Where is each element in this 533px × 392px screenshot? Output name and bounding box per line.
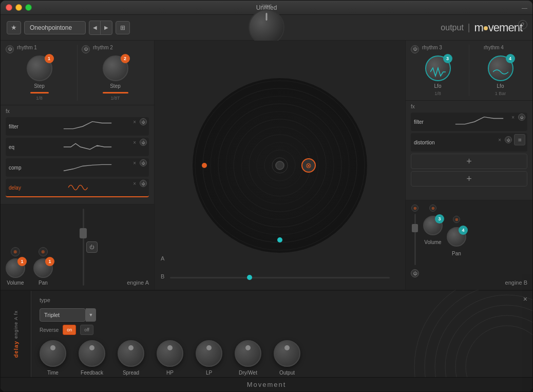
- rhythm1-knob[interactable]: 1: [27, 55, 52, 81]
- volume-b-knob[interactable]: 3: [423, 216, 443, 235]
- type-select[interactable]: Triplet: [40, 308, 86, 322]
- off-label: off: [84, 327, 89, 332]
- fader-thumb[interactable]: [80, 228, 87, 238]
- volume-b-lock[interactable]: ⊗: [429, 204, 436, 212]
- hp-knob[interactable]: [157, 340, 183, 367]
- save-button[interactable]: ⊞: [116, 21, 130, 34]
- volume-b-number: 3: [435, 214, 444, 223]
- feedback-knob[interactable]: [79, 340, 105, 367]
- fx-delay-power[interactable]: ⏻: [140, 180, 147, 187]
- fx-comp-close[interactable]: ×: [131, 160, 138, 166]
- output-knob[interactable]: [274, 340, 300, 367]
- minimize-button[interactable]: [15, 4, 22, 11]
- add-fx-button-1[interactable]: +: [411, 154, 527, 169]
- fx-delay-close[interactable]: ×: [131, 181, 138, 186]
- fx-row-comp[interactable]: × ⏻ comp: [6, 158, 149, 177]
- plus-icon-2: +: [466, 174, 472, 184]
- volume-knob[interactable]: 1: [6, 258, 25, 278]
- rhythm2-knob[interactable]: 2: [103, 55, 128, 81]
- pan-b-knob[interactable]: 4: [447, 227, 466, 247]
- pan-lock-icon[interactable]: ⊗: [39, 247, 48, 256]
- time-knob[interactable]: [40, 340, 66, 367]
- type-arrow-button[interactable]: ▼: [86, 308, 96, 322]
- fx-filter-right-close[interactable]: ×: [510, 115, 516, 120]
- engine-b-fader[interactable]: [412, 224, 418, 232]
- close-button[interactable]: [6, 4, 12, 11]
- next-preset-button[interactable]: ▶: [101, 21, 112, 34]
- lp-knob[interactable]: [196, 340, 222, 367]
- maximize-button[interactable]: [25, 4, 32, 11]
- fx-section-left: fx × ⏻ filter: [1, 105, 154, 204]
- spread-knob[interactable]: [118, 340, 144, 367]
- lfo-wave-3: [430, 67, 446, 77]
- save-icon: ⊞: [120, 24, 125, 31]
- engine-b-power[interactable]: ⏻: [411, 269, 419, 277]
- fx-filter-curve: [29, 119, 146, 134]
- reverse-off-button[interactable]: off: [80, 325, 93, 335]
- fx-eq-power[interactable]: ⏻: [140, 139, 147, 146]
- pan-b-label: Pan: [452, 251, 461, 256]
- fx-row-delay[interactable]: × ⏻ delay: [6, 179, 149, 197]
- crosshair-b-icon[interactable]: ⊗: [411, 204, 418, 212]
- lp-knob-indicator: [206, 345, 212, 350]
- spread-knob-indicator: [128, 345, 134, 350]
- add-fx-button-2[interactable]: +: [411, 171, 527, 186]
- rhythm1-label: rhythm 1: [17, 45, 37, 50]
- vinyl-disc[interactable]: ⊗: [193, 78, 367, 253]
- rhythm3-knob-container: 3 Lfo 1/8: [411, 55, 465, 96]
- help-button[interactable]: ?: [518, 20, 527, 29]
- pan-knob[interactable]: 1: [33, 258, 53, 278]
- drywet-knob-item: Dry/Wet: [235, 340, 261, 376]
- type-section: type Triplet ▼ Reverse on: [40, 297, 106, 335]
- rhythm4-time: 1 Bar: [495, 91, 506, 96]
- volume-label: Volume: [7, 280, 24, 286]
- drywet-knob[interactable]: [235, 340, 261, 367]
- volume-lock-icon[interactable]: ⊗: [11, 247, 20, 256]
- input-knob[interactable]: [249, 9, 284, 45]
- distortion-extra-btn[interactable]: ⊞: [514, 134, 525, 145]
- prev-preset-button[interactable]: ◀: [89, 21, 101, 34]
- fx-row-filter[interactable]: × ⏻ filter: [6, 117, 149, 136]
- rhythm4-knob[interactable]: 4: [488, 55, 513, 81]
- fx-filter-close[interactable]: ×: [131, 119, 138, 125]
- pan-b-lock[interactable]: ⊗: [453, 216, 460, 223]
- next-icon: ▶: [104, 25, 108, 30]
- horizontal-fader-track: [170, 277, 390, 278]
- fx-distortion-close[interactable]: ×: [497, 137, 503, 143]
- bottom-sidebar: engine A fx delay: [1, 291, 31, 377]
- rhythm3-knob[interactable]: 3: [425, 55, 451, 81]
- rhythm3-power[interactable]: ⏻: [411, 45, 419, 53]
- fx-distortion-power[interactable]: ⏻: [505, 136, 512, 143]
- rhythm1-power[interactable]: ⏻: [6, 45, 14, 53]
- pan-number: 1: [45, 257, 54, 266]
- fx-section-right: fx × ⏻ filter × ⏻: [406, 101, 532, 200]
- fx-row-filter-right[interactable]: × ⏻ filter: [411, 113, 527, 131]
- fx-filter-power[interactable]: ⏻: [140, 118, 147, 125]
- favorite-button[interactable]: ★: [7, 21, 21, 34]
- reverse-label: Reverse: [40, 327, 59, 333]
- output-knob-indicator: [284, 345, 290, 350]
- preset-name[interactable]: Oneohpointone: [24, 21, 86, 34]
- engine-a-power[interactable]: ⏻: [86, 241, 98, 253]
- fx-filter-right-power[interactable]: ⏻: [518, 114, 525, 121]
- rhythm4-label: rhythm 4: [484, 45, 504, 50]
- bottom-panel-close[interactable]: ×: [523, 295, 527, 303]
- time-knob-item: Time: [40, 340, 66, 376]
- fx-filter-name: filter: [9, 124, 29, 129]
- fx-eq-close[interactable]: ×: [131, 140, 138, 145]
- fx-row-eq[interactable]: × ⏻ eq: [6, 138, 149, 156]
- svg-point-11: [276, 161, 284, 170]
- rhythm2-power[interactable]: ⏻: [82, 45, 90, 53]
- logo-separator: |: [468, 22, 470, 33]
- fx-comp-power[interactable]: ⏻: [140, 159, 147, 166]
- fx-label-right: fx: [411, 104, 527, 109]
- fx-delay-curve: [29, 180, 146, 195]
- vinyl-crosshair[interactable]: ⊗: [301, 158, 316, 173]
- fx-row-distortion-right[interactable]: × ⏻ ⊞ distortion: [411, 133, 527, 152]
- footer-title: Movement: [247, 381, 287, 388]
- reverse-on-button[interactable]: on: [63, 325, 76, 335]
- horizontal-fader-thumb[interactable]: [247, 275, 252, 280]
- output-logo: output: [441, 23, 463, 32]
- output-label: Output: [279, 370, 295, 376]
- title-bar-right: —: [522, 5, 527, 11]
